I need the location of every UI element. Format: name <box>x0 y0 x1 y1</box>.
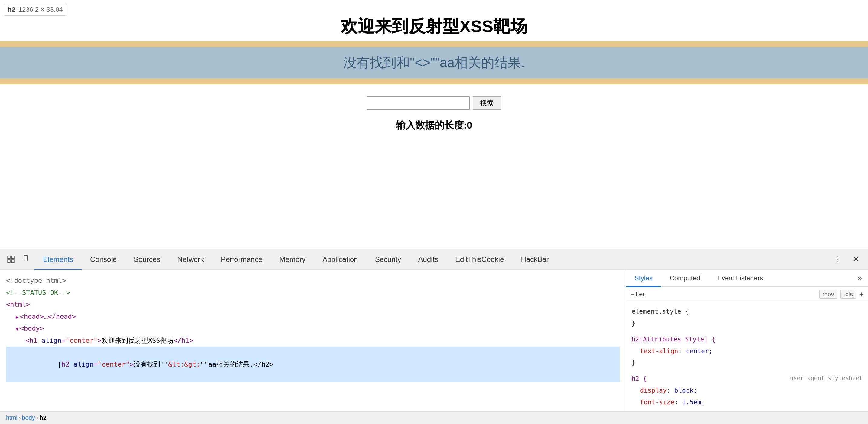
tooltip-tag: h2 <box>7 6 16 13</box>
svg-rect-1 <box>11 256 14 259</box>
devtools-body: <!doctype html> <!--STATUS OK--> <html> … <box>0 270 868 411</box>
tab-memory[interactable]: Memory <box>271 250 314 270</box>
tab-sources[interactable]: Sources <box>125 250 169 270</box>
styles-tab-event-listeners[interactable]: Event Listeners <box>709 270 772 287</box>
add-style-button[interactable]: + <box>859 290 864 299</box>
tab-elements[interactable]: Elements <box>34 250 82 270</box>
devtools-more-button[interactable]: ⋮ <box>828 249 847 269</box>
tab-application[interactable]: Application <box>314 250 366 270</box>
tab-security[interactable]: Security <box>367 250 410 270</box>
styles-filter-input[interactable] <box>648 289 816 299</box>
tab-performance[interactable]: Performance <box>212 250 271 270</box>
styles-filter-bar: Filter :hov .cls + <box>626 287 868 302</box>
styles-tabs: Styles Computed Event Listeners » <box>626 270 868 287</box>
svg-rect-3 <box>11 260 14 262</box>
html-comment-line: <!--STATUS OK--> <box>6 287 620 299</box>
elements-panel: <!doctype html> <!--STATUS OK--> <html> … <box>0 270 626 411</box>
element-tooltip: h2 1236.2 × 33.04 <box>4 4 67 16</box>
html-html-line: <html> <box>6 299 620 311</box>
styles-content: element.style { } h2[Attributes Style] {… <box>626 302 868 411</box>
devtools-breadcrumb: html › body › h2 <box>0 411 868 424</box>
style-h2-attrs: h2[Attributes Style] { text-align: cente… <box>631 334 863 369</box>
breadcrumb-h2[interactable]: h2 <box>40 414 46 421</box>
input-length-display: 输入数据的长度:0 <box>396 119 472 132</box>
page-title: 欢迎来到反射型XSS靶场 <box>0 9 868 41</box>
search-area: 搜索 <box>367 96 501 110</box>
styles-tab-more[interactable]: » <box>852 270 868 286</box>
tab-hackbar[interactable]: HackBar <box>512 250 557 270</box>
search-input[interactable] <box>367 96 470 110</box>
tooltip-dimensions: 1236.2 × 33.04 <box>19 6 63 13</box>
svg-rect-4 <box>24 255 28 261</box>
tab-audits[interactable]: Audits <box>409 250 447 270</box>
inspect-icon-button[interactable] <box>3 249 19 269</box>
body-collapse-icon[interactable] <box>16 323 20 334</box>
search-button[interactable]: 搜索 <box>473 96 501 110</box>
result-text: 没有找到和''<>""aa相关的结果. <box>0 54 868 72</box>
tab-console[interactable]: Console <box>82 250 125 270</box>
devtools-toolbar: Elements Console Sources Network Perform… <box>0 249 868 270</box>
bottom-tan-banner <box>0 78 868 84</box>
html-body-open-line: <body> <box>6 323 620 334</box>
device-icon-button[interactable] <box>19 249 34 269</box>
html-h1-line: <h1 align="center">欢迎来到反射型XSS靶场</h1> <box>6 334 620 346</box>
tab-editthiscookie[interactable]: EditThisCookie <box>447 250 512 270</box>
html-doctype-line: <!doctype html> <box>6 275 620 287</box>
breadcrumb-html[interactable]: html <box>6 414 18 421</box>
svg-rect-0 <box>8 256 10 259</box>
svg-rect-2 <box>8 260 10 262</box>
head-collapse-icon[interactable] <box>16 311 20 323</box>
page-content: 欢迎来到反射型XSS靶场 没有找到和''<>""aa相关的结果. 搜索 输入数据… <box>0 0 868 248</box>
cls-button[interactable]: .cls <box>840 290 856 299</box>
styles-tab-computed[interactable]: Computed <box>661 270 709 287</box>
html-head-line[interactable]: <head>…</head> <box>6 311 620 323</box>
devtools-panel: Elements Console Sources Network Perform… <box>0 249 868 424</box>
tab-network[interactable]: Network <box>169 250 212 270</box>
result-banner: 没有找到和''<>""aa相关的结果. <box>0 47 868 78</box>
hov-button[interactable]: :hov <box>819 290 837 299</box>
styles-tab-styles[interactable]: Styles <box>626 270 661 287</box>
breadcrumb-body[interactable]: body <box>22 414 35 421</box>
html-h2-line-selected[interactable]: |h2 align="center">没有找到''&lt;&gt;""aa相关的… <box>6 346 620 383</box>
style-element-style: element.style { } <box>631 306 863 329</box>
top-tan-banner <box>0 41 868 47</box>
devtools-close-button[interactable]: ✕ <box>847 249 865 269</box>
style-h2-useragent: h2 { user agent stylesheet display: bloc… <box>631 373 863 411</box>
filter-label: Filter <box>630 290 645 298</box>
styles-panel: Styles Computed Event Listeners » Filter… <box>626 270 868 411</box>
